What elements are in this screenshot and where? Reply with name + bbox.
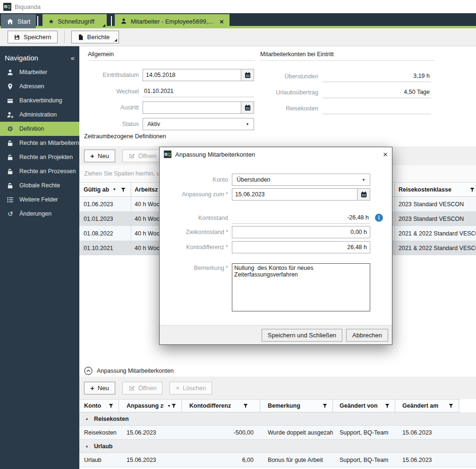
calendar-icon[interactable] (241, 69, 254, 81)
field-wechsel: Wechsel 01.10.2021 (88, 85, 255, 97)
column-header-anpassung-zum[interactable]: Anpassung zum ▼ (119, 400, 182, 412)
kontostand-value: -26,48 h (232, 212, 370, 224)
field-anpassung-zum: Anpassung zum * (160, 188, 392, 201)
section-title: Zeitraumbezogene Definitionen (79, 133, 476, 140)
sidebar-item-definition[interactable]: ⚙ Definition (0, 122, 79, 136)
anpassung-mitarbeiterkonten-dialog: BQ Anpassung Mitarbeiterkonten × Konto Ü… (159, 147, 392, 345)
info-icon[interactable] (375, 214, 383, 222)
toolbar-separator (64, 31, 65, 43)
table-row[interactable]: Urlaub 15.06.2023 6,00 Bonus für gute Ar… (79, 453, 476, 467)
tab-start[interactable]: Start (1, 14, 36, 28)
window-title-bar: BQ Biquanda (0, 0, 476, 13)
chevron-down-icon: ▼ (246, 122, 249, 126)
anpassung-toolbar: + Neu Öffnen × Löschen (79, 377, 476, 399)
column-header-bemerkung[interactable]: Bemerkung (260, 400, 333, 412)
filter-icon[interactable] (469, 187, 475, 193)
history-icon: ↺ (6, 210, 14, 218)
group-row-urlaub[interactable]: ▲ Urlaub (79, 440, 476, 453)
collapse-sidebar-icon[interactable]: « (71, 54, 75, 62)
main-toolbar: Speichern Berichte (0, 28, 476, 46)
table-row[interactable]: Reisekosten 15.06.2023 -500,00 Wurde dop… (79, 426, 476, 440)
reports-button-label: Berichte (87, 34, 110, 41)
kontodifferenz-input[interactable] (232, 242, 370, 253)
tab-schnellzugriff[interactable]: ★ Schnellzugriff (42, 14, 106, 28)
tab-mitarbeiter[interactable]: Mitarbeiter - Employee5699,... × (115, 14, 230, 28)
app-title: Biquanda (15, 3, 41, 10)
filter-icon[interactable] (120, 187, 126, 193)
column-header-konto[interactable]: Konto (79, 400, 119, 412)
bank-card-icon (6, 97, 14, 104)
report-doc-icon (77, 34, 84, 41)
konto-select[interactable]: Überstunden ▼ (232, 174, 370, 186)
save-button[interactable]: Speichern (8, 31, 58, 43)
filter-icon[interactable] (171, 403, 177, 409)
column-header-reisekostenklasse[interactable]: Reisekostenklasse (395, 183, 476, 196)
navigation-sidebar: Navigation « Mitarbeiter Adressen Bankve… (0, 46, 79, 469)
column-header-kontodifferenz[interactable]: Kontodifferenz (182, 400, 260, 412)
anpassung-zum-input[interactable] (232, 189, 357, 200)
filter-icon[interactable] (384, 403, 390, 409)
zielkontostand-input[interactable] (232, 226, 370, 238)
filter-icon[interactable] (322, 403, 328, 409)
sidebar-item-weitere-felder[interactable]: Weitere Felder (0, 193, 79, 207)
lock-icon (6, 168, 14, 175)
tab-dropdown-corner-icon (102, 24, 105, 27)
lock-icon (6, 182, 14, 189)
save-and-close-button[interactable]: Speichern und Schließen (262, 329, 342, 342)
column-header-geaendert-von[interactable]: Geändert von (333, 400, 395, 412)
reports-dropdown-corner-icon (114, 39, 117, 42)
reports-button[interactable]: Berichte (71, 31, 119, 43)
neu-button[interactable]: + Neu (84, 382, 115, 394)
group-collapse-icon: ▲ (85, 444, 89, 448)
field-eintrittsdatum: Eintrittsdatum (88, 69, 255, 81)
sidebar-item-rechte-an-prozessen[interactable]: Rechte an Prozessen (0, 164, 79, 178)
sidebar-item-rechte-an-mitarbeitern[interactable]: Rechte an Mitarbeitern (0, 136, 79, 150)
filter-icon[interactable] (448, 403, 454, 409)
list-icon (6, 196, 14, 203)
column-header-gueltig-ab[interactable]: Gültig ab ▼ (79, 183, 131, 196)
sidebar-item-administration[interactable]: Administration (0, 108, 79, 122)
eintrittsdatum-input[interactable] (143, 69, 241, 81)
close-icon[interactable]: × (383, 151, 388, 159)
cancel-button[interactable]: Abbrechen (346, 329, 388, 342)
person-gear-icon (6, 111, 14, 118)
oeffnen-button[interactable]: Öffnen (122, 150, 163, 162)
edit-pencil-icon (128, 152, 135, 159)
oeffnen-button[interactable]: Öffnen (122, 382, 163, 394)
austritt-input[interactable] (143, 102, 241, 113)
neu-button[interactable]: + Neu (84, 150, 115, 162)
calendar-icon[interactable] (241, 102, 254, 113)
sidebar-item-bankverbindung[interactable]: Bankverbindung (0, 93, 79, 108)
section-anpassung-mitarbeiterkonten: Anpassung Mitarbeiterkonten + Neu Öffnen… (79, 365, 476, 467)
urlaubsuebertrag-value: 4,50 Tage (322, 86, 431, 98)
filter-icon[interactable] (108, 403, 114, 409)
chevron-down-icon: ▼ (362, 178, 366, 182)
loeschen-button[interactable]: × Löschen (170, 382, 212, 394)
reisekosten-value (322, 102, 431, 114)
group-row-reisekosten[interactable]: ▲ Reisekosten (79, 412, 476, 426)
tab-separator (111, 16, 112, 26)
field-kontostand: Kontostand -26,48 h (160, 212, 392, 224)
filter-icon[interactable] (243, 403, 248, 409)
sidebar-item-adressen[interactable]: Adressen (0, 79, 79, 93)
save-button-label: Speichern (24, 34, 51, 41)
collapse-circle-up-icon[interactable] (84, 367, 93, 375)
tab-separator (37, 16, 38, 26)
close-tab-icon[interactable]: × (220, 18, 224, 25)
wechsel-value: 01.10.2021 (143, 85, 254, 97)
sidebar-item-rechte-an-projekten[interactable]: Rechte an Projekten (0, 150, 79, 164)
calendar-icon[interactable] (357, 189, 370, 200)
status-select[interactable]: Aktiv ▼ (143, 118, 254, 130)
dialog-footer: Speichern und Schließen Abbrechen (160, 325, 392, 344)
gear-icon: ⚙ (6, 125, 14, 133)
section-collapse-header: Anpassung Mitarbeiterkonten (79, 365, 476, 377)
sidebar-item-globale-rechte[interactable]: Globale Rechte (0, 178, 79, 193)
field-konto: Konto Überstunden ▼ (160, 174, 392, 186)
sidebar-item-aenderungen[interactable]: ↺ Änderungen (0, 207, 79, 221)
person-icon (120, 18, 127, 25)
lock-icon (6, 139, 14, 147)
home-icon (7, 18, 14, 25)
bemerkung-textarea[interactable]: Nullung des Kontos für neues Zeiterfassu… (232, 263, 370, 311)
column-header-geaendert-am[interactable]: Geändert am (395, 400, 459, 412)
sidebar-item-mitarbeiter[interactable]: Mitarbeiter (0, 65, 79, 79)
